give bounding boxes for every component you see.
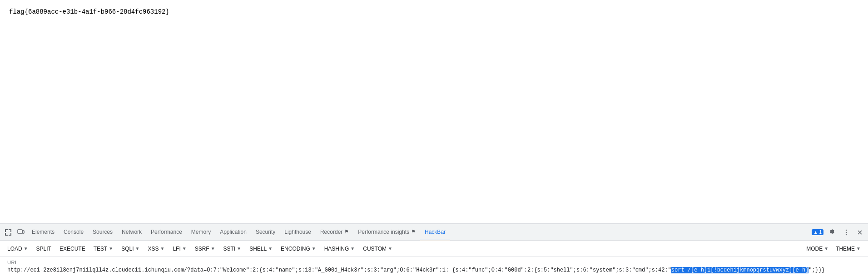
svg-point-2 [846,229,847,230]
tab-application[interactable]: Application [215,224,251,241]
svg-point-3 [846,232,847,232]
shell-dropdown-arrow: ▼ [268,246,273,251]
mode-button[interactable]: MODE ▼ [803,244,832,254]
close-devtools-icon[interactable] [853,226,866,239]
main-content: flag{6a889acc-e31b-4a1f-b966-28d4fc96319… [0,0,868,224]
hackbar-toolbar: LOAD ▼ SPLIT EXECUTE TEST ▼ SQLI ▼ XSS ▼… [0,241,868,257]
tab-console[interactable]: Console [59,224,88,241]
split-button[interactable]: SPLIT [33,244,55,254]
recorder-icon: ⚑ [344,229,349,235]
lfi-dropdown-arrow: ▼ [182,246,187,251]
ssrf-button[interactable]: SSRF ▼ [191,244,219,254]
tab-performance[interactable]: Performance [146,224,187,241]
url-section: URL http://eci-2ze8il8enj7ni1lqll4z.clou… [0,257,868,277]
execute-button[interactable]: EXECUTE [56,244,89,254]
custom-dropdown-arrow: ▼ [388,246,392,251]
url-value[interactable]: http://eci-2ze8il8enj7ni1lqll4z.cloudeci… [7,266,861,274]
tab-security[interactable]: Security [251,224,280,241]
inspect-element-icon[interactable] [2,226,15,239]
encoding-dropdown-arrow: ▼ [312,246,316,251]
ssti-button[interactable]: SSTI ▼ [220,244,245,254]
svg-rect-0 [18,230,22,233]
tab-lighthouse[interactable]: Lighthouse [280,224,316,241]
custom-button[interactable]: CUSTOM ▼ [359,244,396,254]
load-button[interactable]: LOAD ▼ [4,244,32,254]
svg-point-4 [846,234,847,235]
test-dropdown-arrow: ▼ [109,246,113,251]
mode-dropdown-arrow: ▼ [824,246,828,251]
more-options-icon[interactable] [840,226,853,239]
tab-memory[interactable]: Memory [187,224,215,241]
tab-hackbar[interactable]: HackBar [420,224,450,241]
hashing-dropdown-arrow: ▼ [350,246,355,251]
svg-rect-1 [22,231,24,233]
tab-performance-insights[interactable]: Performance insights ⚑ [353,224,420,241]
tab-sources[interactable]: Sources [88,224,117,241]
theme-button[interactable]: THEME ▼ [832,244,864,254]
load-dropdown-arrow: ▼ [24,246,28,251]
theme-dropdown-arrow: ▼ [856,246,861,251]
tab-recorder[interactable]: Recorder ⚑ [316,224,353,241]
shell-button[interactable]: SHELL ▼ [246,244,276,254]
notification-badge: ▲ 1 [812,229,823,235]
tab-elements[interactable]: Elements [27,224,59,241]
url-text-highlight: sort /[e-h]1[!bcdehijkmnopqrstuvwxyz][e-… [671,267,808,273]
settings-icon[interactable] [826,226,839,239]
performance-insights-icon: ⚑ [411,229,416,235]
ssti-dropdown-arrow: ▼ [237,246,241,251]
url-label: URL [7,260,861,265]
xss-button[interactable]: XSS ▼ [144,244,168,254]
tabs-row: Elements Console Sources Network Perform… [0,224,868,241]
hashing-button[interactable]: HASHING ▼ [321,244,359,254]
flag-text: flag{6a889acc-e31b-4a1f-b966-28d4fc96319… [9,8,169,15]
devtools-panel: Elements Console Sources Network Perform… [0,224,868,277]
device-toolbar-icon[interactable] [15,226,27,239]
test-button[interactable]: TEST ▼ [90,244,117,254]
xss-dropdown-arrow: ▼ [160,246,165,251]
sqli-button[interactable]: SQLI ▼ [118,244,143,254]
encoding-button[interactable]: ENCODING ▼ [277,244,320,254]
tab-network[interactable]: Network [117,224,146,241]
lfi-button[interactable]: LFI ▼ [169,244,190,254]
toolbar-right: MODE ▼ THEME ▼ [803,244,864,254]
url-text-after: ";}}} [808,267,825,273]
ssrf-dropdown-arrow: ▼ [211,246,215,251]
url-text-before: http://eci-2ze8il8enj7ni1lqll4z.cloudeci… [7,267,671,273]
sqli-dropdown-arrow: ▼ [135,246,140,251]
tabs-right-controls: ▲ 1 [812,226,866,239]
